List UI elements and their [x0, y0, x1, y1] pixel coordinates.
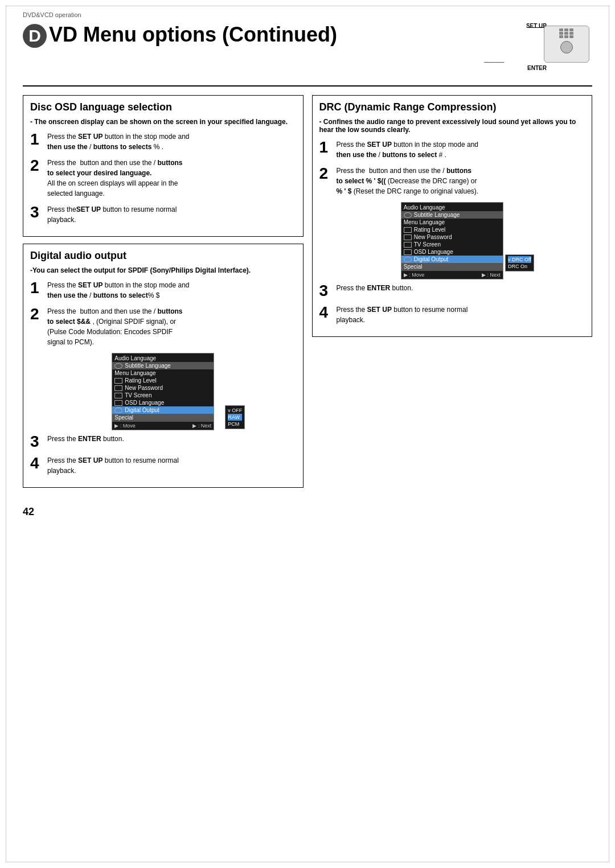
menu-row-subtitle: Subtitle Language [112, 362, 214, 369]
menu-row-rating: Rating Level [112, 377, 214, 384]
remote-box [544, 26, 589, 63]
remote-circle-button [560, 41, 573, 54]
menu-row-audio: Audio Language [112, 355, 214, 362]
drc-menu: Audio Language Subtitle Language Menu La… [401, 202, 503, 279]
digital-submenu: v OFF RAW PCM [225, 405, 245, 429]
remote-diagram: SET UP ENTER ───── [478, 23, 592, 74]
menu-row-tv: TV Screen [112, 392, 214, 399]
menu-row-password: New Password [112, 384, 214, 392]
drc-menu-row-subtitle: Subtitle Language [401, 211, 503, 219]
drc-menu-row-password: New Password [401, 233, 503, 241]
drc-menu-row-rating: Rating Level [401, 226, 503, 233]
digital-audio-menu: Audio Language Subtitle Language Menu La… [112, 353, 214, 430]
enter-label: ENTER [527, 65, 547, 71]
drc-menu-row-osd: OSD Language [401, 248, 503, 256]
menu-row-special: Special [112, 414, 214, 421]
drc-menu-row-tv: TV Screen [401, 241, 503, 248]
menu-row-digital: Digital Output v OFF RAW PCM [112, 406, 214, 414]
menu-row-menu-lang: Menu Language [112, 369, 214, 377]
remote-buttons-grid [559, 28, 574, 38]
drc-menu-row-digital: Digital Output v DRC Off DRC On [401, 256, 503, 263]
drc-menu-row-menulang: Menu Language [401, 219, 503, 226]
drc-menu-row-special: Special [401, 263, 503, 270]
menu-row-osd: OSD Language [112, 399, 214, 406]
drc-submenu: v DRC Off DRC On [505, 254, 534, 271]
drc-menu-row-audio: Audio Language [401, 204, 503, 211]
